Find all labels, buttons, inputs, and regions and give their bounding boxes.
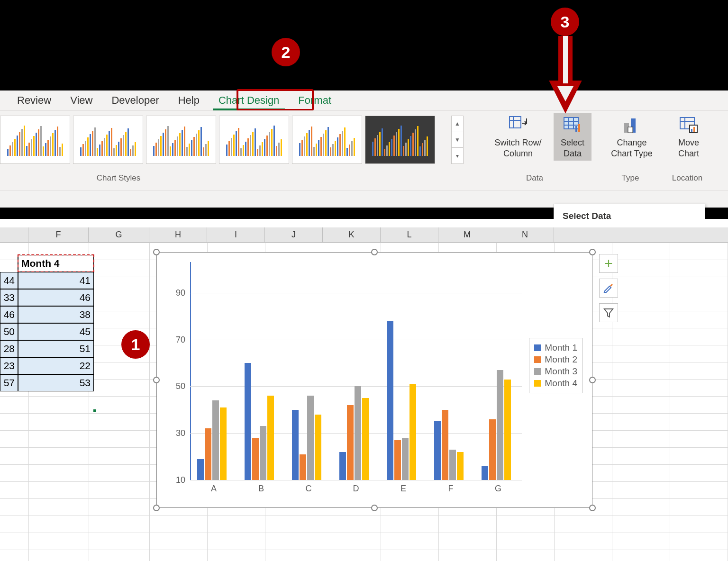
data-table[interactable]: Month 44441334646385045285123225753 xyxy=(0,255,94,391)
chart-resize-handle[interactable] xyxy=(589,505,596,511)
col-header-G[interactable]: G xyxy=(89,227,149,242)
chart-resize-handle[interactable] xyxy=(371,505,378,511)
bar-Month4-E[interactable] xyxy=(410,384,416,480)
tab-help[interactable]: Help xyxy=(169,91,209,109)
chart-resize-handle[interactable] xyxy=(589,249,596,255)
chart-style-thumb[interactable] xyxy=(146,116,216,164)
switch-row-column-button[interactable]: Switch Row/ Column xyxy=(482,113,554,161)
table-cell[interactable]: 46 xyxy=(0,306,18,323)
bar-Month1-G[interactable] xyxy=(482,466,488,480)
bar-Month1-C[interactable] xyxy=(292,410,299,480)
chart-style-thumb[interactable] xyxy=(365,116,435,164)
x-tick-label: A xyxy=(211,484,217,494)
legend-item[interactable]: Month 2 xyxy=(534,354,577,365)
column-headers[interactable]: FGHIJKLMN xyxy=(0,227,728,243)
col-header-K[interactable]: K xyxy=(323,227,381,242)
table-cell[interactable]: 46 xyxy=(18,289,94,306)
bar-Month3-G[interactable] xyxy=(497,370,503,480)
chart-styles-button[interactable] xyxy=(599,279,618,298)
bar-Month2-C[interactable] xyxy=(300,454,306,480)
bar-Month1-F[interactable] xyxy=(434,421,441,480)
selection-handle[interactable] xyxy=(92,408,97,413)
col-header-L[interactable]: L xyxy=(381,227,438,242)
gallery-down-icon[interactable]: ▼ xyxy=(452,132,463,148)
x-tick-label: F xyxy=(448,484,454,494)
bar-Month4-C[interactable] xyxy=(315,415,321,480)
table-cell[interactable]: 53 xyxy=(18,374,94,391)
col-header-H[interactable]: H xyxy=(149,227,207,242)
chart-style-thumb[interactable] xyxy=(73,116,143,164)
table-header-cell[interactable] xyxy=(0,255,18,272)
bar-Month4-F[interactable] xyxy=(457,452,464,480)
bar-Month1-A[interactable] xyxy=(197,459,204,480)
ribbon-tabs: Review View Developer Help Chart Design … xyxy=(0,90,728,110)
bar-Month1-E[interactable] xyxy=(387,321,393,480)
spreadsheet[interactable]: FGHIJKLMN Month 444413346463850452851232… xyxy=(0,219,728,561)
table-cell[interactable]: 23 xyxy=(0,357,18,374)
tab-developer[interactable]: Developer xyxy=(102,91,168,109)
bar-Month2-B[interactable] xyxy=(252,438,259,480)
embedded-chart[interactable]: 1030507090ABCDEFG Month 1Month 2Month 3M… xyxy=(156,252,592,508)
bar-Month3-D[interactable] xyxy=(355,386,361,480)
bar-Month1-B[interactable] xyxy=(245,363,251,480)
bar-Month3-A[interactable] xyxy=(212,400,219,480)
table-cell[interactable]: 51 xyxy=(18,340,94,357)
chart-style-gallery[interactable] xyxy=(0,116,469,165)
bar-Month3-C[interactable] xyxy=(307,396,314,480)
bar-Month3-B[interactable] xyxy=(260,426,266,480)
ribbon-body: ▲ ▼ ▾ Chart Styles Switch Row/ Column Se… xyxy=(0,110,728,191)
table-cell[interactable]: 57 xyxy=(0,374,18,391)
table-cell[interactable]: 28 xyxy=(0,340,18,357)
table-cell[interactable]: 38 xyxy=(18,306,94,323)
table-cell[interactable]: 33 xyxy=(0,289,18,306)
bar-Month2-A[interactable] xyxy=(205,428,211,480)
x-tick-label: D xyxy=(353,484,359,494)
chart-style-thumb[interactable] xyxy=(219,116,289,164)
gallery-more-icon[interactable]: ▾ xyxy=(452,148,463,163)
gallery-scroll[interactable]: ▲ ▼ ▾ xyxy=(451,116,464,164)
chart-resize-handle[interactable] xyxy=(153,377,160,383)
bar-Month2-D[interactable] xyxy=(347,405,354,480)
bar-Month4-A[interactable] xyxy=(220,407,227,480)
chart-elements-button[interactable]: + xyxy=(599,254,618,273)
chart-style-thumb[interactable] xyxy=(292,116,362,164)
bar-Month1-D[interactable] xyxy=(339,452,346,480)
gallery-up-icon[interactable]: ▲ xyxy=(452,116,463,132)
table-cell[interactable]: 41 xyxy=(18,272,94,289)
move-chart-button[interactable]: Move Chart xyxy=(667,113,710,161)
table-header-cell[interactable]: Month 4 xyxy=(18,255,94,272)
chart-resize-handle[interactable] xyxy=(153,505,160,511)
bar-Month2-E[interactable] xyxy=(394,440,401,480)
bar-Month4-B[interactable] xyxy=(267,396,274,480)
tab-chart-design[interactable]: Chart Design xyxy=(209,91,289,109)
col-header-F[interactable]: F xyxy=(28,227,89,242)
legend-item[interactable]: Month 3 xyxy=(534,366,577,377)
col-header-blank[interactable] xyxy=(0,227,28,242)
change-chart-type-button[interactable]: Change Chart Type xyxy=(601,113,663,161)
bar-Month4-D[interactable] xyxy=(362,398,369,480)
chart-legend[interactable]: Month 1Month 2Month 3Month 4 xyxy=(529,338,582,393)
col-header-M[interactable]: M xyxy=(438,227,496,242)
bar-Month2-F[interactable] xyxy=(442,410,448,480)
tab-review[interactable]: Review xyxy=(8,91,61,109)
legend-item[interactable]: Month 4 xyxy=(534,378,577,389)
bar-Month3-F[interactable] xyxy=(449,450,456,480)
tab-format[interactable]: Format xyxy=(289,91,341,109)
chart-style-thumb[interactable] xyxy=(0,116,70,164)
bar-Month2-G[interactable] xyxy=(489,419,496,480)
table-cell[interactable]: 22 xyxy=(18,357,94,374)
chart-filters-button[interactable] xyxy=(599,303,618,322)
bar-Month4-G[interactable] xyxy=(504,380,511,480)
table-cell[interactable]: 50 xyxy=(0,323,18,340)
legend-item[interactable]: Month 1 xyxy=(534,343,577,353)
tab-view[interactable]: View xyxy=(61,91,102,109)
col-header-J[interactable]: J xyxy=(265,227,323,242)
bar-Month3-E[interactable] xyxy=(402,438,409,480)
table-cell[interactable]: 44 xyxy=(0,272,18,289)
chart-resize-handle[interactable] xyxy=(589,377,596,383)
col-header-I[interactable]: I xyxy=(207,227,265,242)
col-header-N[interactable]: N xyxy=(496,227,554,242)
chart-resize-handle[interactable] xyxy=(153,249,160,255)
chart-resize-handle[interactable] xyxy=(371,249,378,255)
table-cell[interactable]: 45 xyxy=(18,323,94,340)
